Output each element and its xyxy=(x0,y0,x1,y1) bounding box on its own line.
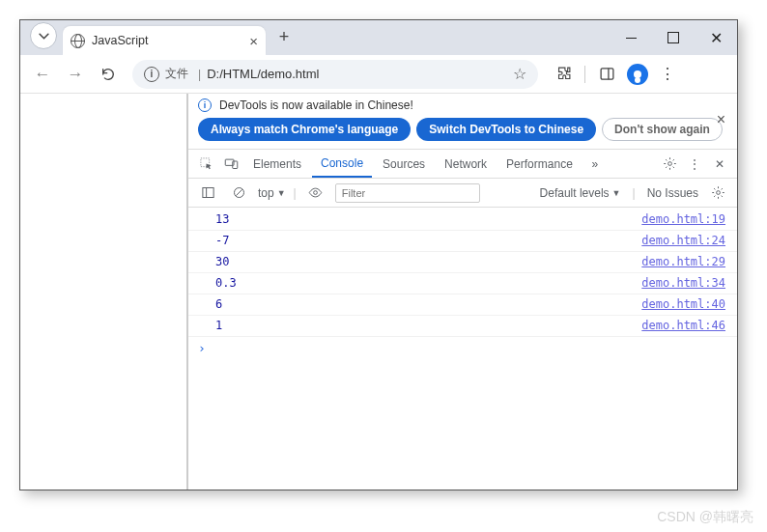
context-label: top xyxy=(258,186,274,200)
log-value: 13 xyxy=(215,211,229,228)
tab-search-button[interactable] xyxy=(30,22,57,49)
log-value: 30 xyxy=(215,254,229,270)
gear-icon xyxy=(663,156,677,171)
log-source-link[interactable]: demo.html:24 xyxy=(641,233,725,249)
console-log-row: 30demo.html:29 xyxy=(188,252,737,273)
chevron-down-icon xyxy=(39,31,49,42)
globe-icon xyxy=(71,34,85,48)
watermark: CSDN @韩曙亮 xyxy=(657,509,753,510)
panel-icon xyxy=(599,66,615,82)
log-source-link[interactable]: demo.html:19 xyxy=(641,211,725,228)
infobar-text: DevTools is now available in Chinese! xyxy=(219,98,413,112)
devtools-close-button[interactable]: ✕ xyxy=(708,157,731,171)
match-language-button[interactable]: Always match Chrome's language xyxy=(198,118,411,141)
eye-icon xyxy=(308,185,323,200)
console-settings-button[interactable] xyxy=(706,185,729,200)
infobar-close-button[interactable]: × xyxy=(717,111,725,128)
url-scheme-label: 文件 xyxy=(165,66,188,82)
svg-point-11 xyxy=(716,191,720,195)
clear-icon xyxy=(232,185,246,200)
log-value: 1 xyxy=(215,318,222,334)
gear-icon xyxy=(711,185,725,200)
tab-sources[interactable]: Sources xyxy=(374,150,434,178)
new-tab-button[interactable]: + xyxy=(271,24,297,49)
inspect-icon xyxy=(199,156,213,171)
devtools-menu-button[interactable]: ⋮ xyxy=(683,157,706,171)
log-value: 0.3 xyxy=(215,275,237,292)
issues-button[interactable]: No Issues xyxy=(647,186,698,200)
avatar-icon xyxy=(627,64,648,85)
info-icon: i xyxy=(198,98,212,112)
reload-icon xyxy=(100,67,116,82)
console-log-row: 1demo.html:46 xyxy=(188,316,737,337)
clear-console-button[interactable] xyxy=(227,185,250,200)
svg-point-10 xyxy=(314,191,318,195)
window-controls: ✕ xyxy=(610,20,737,55)
devices-icon xyxy=(224,156,239,171)
console-output: 13demo.html:19-7demo.html:2430demo.html:… xyxy=(188,208,737,490)
window-minimize-button[interactable] xyxy=(610,20,652,55)
titlebar: JavaScript × + ✕ xyxy=(20,20,737,55)
dismiss-language-button[interactable]: Don't show again xyxy=(602,118,723,141)
page-viewport xyxy=(20,94,186,490)
side-panel-button[interactable] xyxy=(593,61,620,88)
levels-label: Default levels xyxy=(540,186,610,200)
browser-window: JavaScript × + ✕ ← → i 文件 | D:/HTML/demo… xyxy=(19,19,738,490)
window-close-button[interactable]: ✕ xyxy=(695,20,737,55)
inspect-element-button[interactable] xyxy=(194,156,217,171)
nav-forward-button[interactable]: → xyxy=(61,60,90,89)
content-area: i DevTools is now available in Chinese! … xyxy=(20,94,737,490)
tab-console[interactable]: Console xyxy=(312,150,372,178)
language-buttons-row: Always match Chrome's language Switch De… xyxy=(188,114,737,150)
devtools-infobar: i DevTools is now available in Chinese! … xyxy=(188,94,737,114)
log-value: -7 xyxy=(215,233,229,249)
console-log-row: 6demo.html:40 xyxy=(188,294,737,316)
issues-label: No Issues xyxy=(647,186,698,200)
tab-network[interactable]: Network xyxy=(436,150,496,178)
device-toolbar-button[interactable] xyxy=(219,156,242,171)
browser-toolbar: ← → i 文件 | D:/HTML/demo.html ☆ ⋮ xyxy=(20,55,737,94)
nav-back-button[interactable]: ← xyxy=(28,60,57,89)
live-expression-button[interactable] xyxy=(304,185,327,200)
more-tabs-button[interactable]: » xyxy=(583,157,607,171)
nav-reload-button[interactable] xyxy=(94,60,123,89)
puzzle-icon xyxy=(555,66,572,82)
tab-elements[interactable]: Elements xyxy=(244,150,310,178)
profile-button[interactable] xyxy=(624,61,651,88)
console-log-row: 13demo.html:19 xyxy=(188,210,737,231)
site-info-icon[interactable]: i xyxy=(144,67,159,82)
execution-context-selector[interactable]: top ▼ xyxy=(258,186,286,200)
log-levels-selector[interactable]: Default levels ▼ xyxy=(540,186,621,200)
console-toolbar: top ▼ | Default levels ▼ | No Issues xyxy=(188,179,737,208)
devtools-tabs: Elements Console Sources Network Perform… xyxy=(188,150,737,179)
log-source-link[interactable]: demo.html:34 xyxy=(641,275,725,292)
svg-rect-0 xyxy=(601,69,613,79)
bookmark-star-icon[interactable]: ☆ xyxy=(513,65,526,83)
devtools-settings-button[interactable] xyxy=(658,156,681,171)
svg-line-9 xyxy=(236,189,241,195)
svg-point-5 xyxy=(668,162,671,166)
tab-performance[interactable]: Performance xyxy=(497,150,582,178)
sidebar-icon xyxy=(201,185,215,200)
log-source-link[interactable]: demo.html:46 xyxy=(641,318,725,334)
address-bar[interactable]: i 文件 | D:/HTML/demo.html ☆ xyxy=(132,60,538,89)
log-value: 6 xyxy=(215,296,222,313)
svg-rect-6 xyxy=(202,188,213,198)
browser-menu-button[interactable]: ⋮ xyxy=(655,65,680,83)
console-log-row: 0.3demo.html:34 xyxy=(188,273,737,294)
extensions-button[interactable] xyxy=(550,61,577,88)
log-source-link[interactable]: demo.html:40 xyxy=(641,296,725,313)
console-prompt[interactable]: › xyxy=(188,337,737,359)
tab-close-button[interactable]: × xyxy=(249,33,258,49)
console-log-row: -7demo.html:24 xyxy=(188,231,737,252)
toolbar-actions: ⋮ xyxy=(550,61,680,88)
devtools-panel: i DevTools is now available in Chinese! … xyxy=(186,94,737,490)
log-source-link[interactable]: demo.html:29 xyxy=(641,254,725,270)
console-filter-input[interactable] xyxy=(335,183,480,203)
console-sidebar-toggle[interactable] xyxy=(196,185,219,200)
window-maximize-button[interactable] xyxy=(652,20,695,55)
switch-language-button[interactable]: Switch DevTools to Chinese xyxy=(416,118,596,141)
tab-title: JavaScript xyxy=(92,34,148,47)
browser-tab[interactable]: JavaScript × xyxy=(63,26,266,55)
url-text: D:/HTML/demo.html xyxy=(207,67,507,81)
